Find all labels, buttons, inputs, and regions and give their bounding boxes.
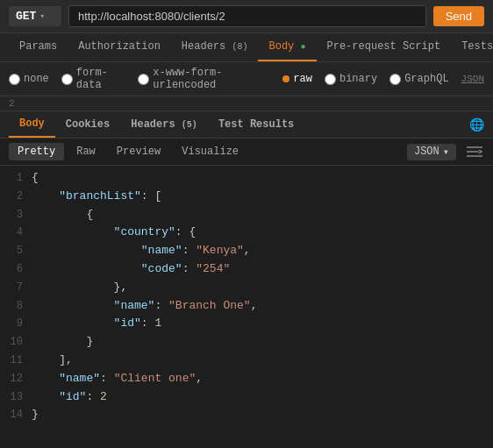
token: : — [182, 262, 196, 275]
ftab-raw[interactable]: Raw — [68, 143, 104, 160]
code-line: 5 "name": "Kenya", — [0, 242, 493, 260]
token: : — [175, 225, 189, 238]
send-button[interactable]: Send — [433, 6, 484, 26]
token: 1 — [154, 316, 161, 330]
token: : — [100, 372, 114, 385]
rtab-body[interactable]: Body — [9, 111, 55, 138]
tab-prerequest[interactable]: Pre-request Script — [317, 33, 452, 61]
token: } — [32, 408, 39, 421]
format-select-label: JSON — [414, 146, 439, 158]
code-line: 12 "name": "Client one", — [0, 370, 493, 388]
body-options: none form-data x-www-form-urlencoded raw… — [0, 62, 493, 96]
response-tab-bar: Body Cookies Headers (5) Test Results 🌐 — [0, 111, 493, 139]
radio-binary[interactable]: binary — [325, 73, 377, 85]
token: "id" — [32, 390, 86, 403]
radio-raw[interactable]: raw — [282, 73, 312, 85]
line-number: 4 — [0, 224, 32, 241]
token: { — [32, 171, 39, 184]
rtab-cookies[interactable]: Cookies — [55, 112, 120, 137]
line-number: 10 — [0, 334, 32, 351]
line-number: 5 — [0, 243, 32, 260]
code-line: 13 "id": 2 — [0, 388, 493, 407]
ftab-visualize[interactable]: Visualize — [173, 143, 247, 160]
line-content: "name": "Branch One", — [32, 297, 257, 316]
json-link[interactable]: JSON — [461, 74, 484, 84]
rtab-test-results[interactable]: Test Results — [208, 112, 304, 137]
format-select[interactable]: JSON ▾ — [407, 144, 456, 160]
rtab-headers[interactable]: Headers (5) — [120, 112, 208, 137]
token: "branchList" — [32, 189, 141, 203]
line-content: "name": "Kenya", — [32, 242, 251, 260]
request-tab-bar: Params Authorization Headers (8) Body ● … — [0, 33, 493, 62]
token: } — [32, 335, 93, 348]
line-number: 3 — [0, 207, 32, 224]
line-content: "name": "Client one", — [32, 370, 203, 388]
token: { — [32, 208, 93, 221]
url-input[interactable] — [68, 5, 426, 27]
tab-headers[interactable]: Headers (8) — [171, 33, 259, 61]
code-line: 9 "id": 1 — [0, 315, 493, 333]
line-content: "id": 2 — [32, 388, 107, 407]
line-content: } — [32, 333, 93, 352]
token: "id" — [32, 316, 141, 330]
token: "254" — [196, 262, 230, 275]
line-number: 2 — [0, 188, 32, 205]
line-content: "id": 1 — [32, 315, 161, 333]
code-line: 11 ], — [0, 352, 493, 370]
code-line: 14} — [0, 406, 493, 424]
line-number: 9 — [0, 316, 32, 332]
token: "country" — [32, 225, 175, 238]
token: "name" — [32, 372, 100, 385]
format-tab-bar: Pretty Raw Preview Visualize JSON ▾ — [0, 139, 493, 166]
line-content: { — [32, 169, 39, 188]
token: : — [182, 244, 196, 257]
line-number: 12 — [0, 371, 32, 388]
radio-urlencoded[interactable]: x-www-form-urlencoded — [138, 67, 270, 91]
radio-graphql[interactable]: GraphQL — [389, 73, 448, 85]
code-line: 2 "branchList": [ — [0, 188, 493, 206]
token: : — [141, 316, 155, 330]
wrap-icon[interactable] — [465, 142, 484, 161]
code-line: 8 "name": "Branch One", — [0, 297, 493, 316]
code-line: 6 "code": "254" — [0, 260, 493, 279]
chevron-down-icon: ▾ — [443, 146, 449, 159]
method-select[interactable]: GET ▾ — [9, 6, 61, 26]
line-number: 7 — [0, 280, 32, 296]
line-spacer: 2 — [0, 96, 493, 111]
token: , — [251, 299, 258, 312]
globe-icon: 🌐 — [469, 117, 484, 132]
line-content: }, — [32, 279, 127, 297]
token: , — [196, 372, 203, 385]
line-number: 8 — [0, 298, 32, 315]
tab-body[interactable]: Body ● — [258, 33, 316, 61]
line-number: 6 — [0, 261, 32, 278]
tab-tests[interactable]: Tests — [451, 33, 493, 61]
line-number: 14 — [0, 407, 32, 423]
line-content: } — [32, 406, 39, 424]
token: : — [141, 189, 155, 203]
code-line: 4 "country": { — [0, 224, 493, 242]
token: "name" — [32, 299, 154, 312]
ftab-preview[interactable]: Preview — [108, 143, 169, 160]
token: [ — [154, 189, 161, 203]
line-number: 13 — [0, 389, 32, 406]
raw-dot-icon — [282, 75, 289, 82]
code-line: 3 { — [0, 206, 493, 224]
code-line: 1{ — [0, 169, 493, 188]
tab-params[interactable]: Params — [9, 33, 68, 61]
tab-authorization[interactable]: Authorization — [68, 33, 171, 61]
radio-form-data[interactable]: form-data — [61, 67, 125, 91]
code-line: 7 }, — [0, 279, 493, 297]
token: { — [189, 225, 196, 238]
radio-none[interactable]: none — [9, 73, 49, 85]
token: "Kenya" — [196, 244, 244, 257]
line-number: 1 — [0, 170, 32, 187]
line-content: ], — [32, 352, 73, 370]
line-content: { — [32, 206, 93, 224]
token: "code" — [32, 262, 182, 275]
chevron-down-icon: ▾ — [39, 11, 44, 21]
method-label: GET — [16, 10, 36, 23]
line-content: "country": { — [32, 224, 196, 242]
token: "Client one" — [114, 372, 196, 385]
ftab-pretty[interactable]: Pretty — [9, 143, 64, 160]
